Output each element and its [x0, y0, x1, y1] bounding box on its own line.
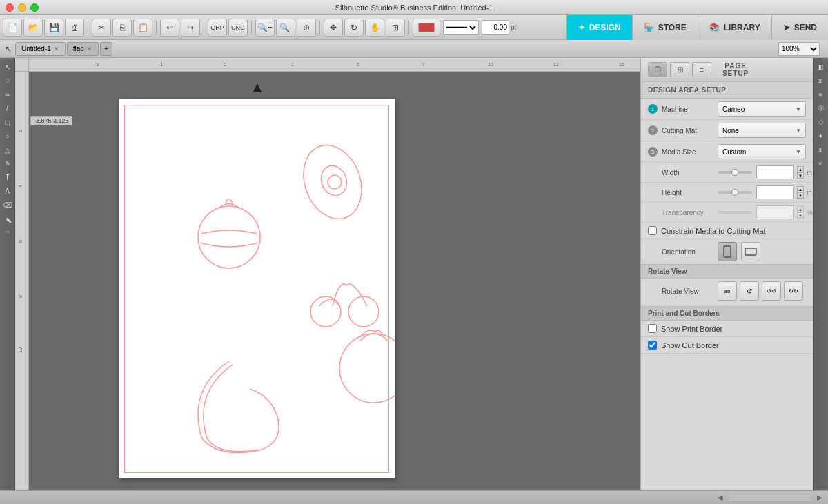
height-slider-track[interactable] [718, 191, 752, 194]
right-tool-2[interactable]: ⊞ [815, 74, 827, 87]
redo-button[interactable]: ↪ [181, 19, 200, 37]
width-step-down[interactable]: ▼ [797, 172, 804, 179]
save-button[interactable]: 💾 [44, 19, 63, 37]
move-tool-button[interactable]: ✥ [324, 19, 343, 37]
transparency-step-down[interactable]: ▼ [797, 212, 804, 219]
separator-2 [156, 21, 157, 34]
width-slider-track[interactable] [718, 171, 752, 174]
bottom-scroll-thumb[interactable] [729, 494, 811, 502]
media-size-select[interactable]: Custom ▼ [718, 144, 806, 159]
scroll-arrow-up[interactable]: ▲ [250, 79, 265, 97]
height-row: Height 15.000 ▲ ▼ in [641, 183, 813, 203]
options-tab-button[interactable]: ≡ [692, 62, 711, 77]
library-nav-button[interactable]: 📚 LIBRARY [698, 15, 771, 40]
right-tool-6[interactable]: ✦ [815, 130, 827, 142]
design-nav-button[interactable]: ✦ DESIGN [566, 15, 632, 40]
close-button[interactable] [6, 3, 14, 12]
transparency-input[interactable]: 0.0 [756, 205, 794, 219]
stroke-width-input[interactable] [482, 20, 509, 35]
height-input[interactable]: 15.000 [756, 185, 794, 199]
separator-5 [319, 21, 320, 34]
right-tool-8[interactable]: ⊘ [815, 157, 827, 170]
group-button[interactable]: GRP [208, 19, 227, 37]
stroke-color-button[interactable] [413, 19, 440, 37]
zoom-select[interactable]: 100% [778, 42, 820, 56]
paste-button[interactable]: 📋 [133, 19, 152, 37]
bottom-scroll-left[interactable]: ◀ [718, 494, 723, 501]
ellipse-tool[interactable]: ○ [1, 130, 14, 142]
machine-select[interactable]: Cameo ▼ [718, 101, 806, 117]
bottom-scroll-right[interactable]: ▶ [817, 494, 822, 501]
copy-button[interactable]: ⎘ [112, 19, 132, 37]
tab-close-flag[interactable]: ✕ [87, 46, 92, 52]
show-print-border-checkbox[interactable] [648, 324, 657, 333]
node-tool[interactable]: ⬡ [1, 74, 14, 87]
constrain-media-checkbox[interactable] [648, 226, 657, 235]
fill-tool[interactable]: A [1, 185, 14, 197]
print-button[interactable]: 🖨 [65, 19, 84, 37]
rectangle-tool[interactable]: □ [1, 116, 14, 128]
height-step-down[interactable]: ▼ [797, 192, 804, 199]
show-cut-border-checkbox[interactable] [648, 341, 657, 350]
svg-point-19 [198, 206, 260, 268]
cut-button[interactable]: ✂ [92, 19, 111, 37]
maximize-button[interactable] [30, 3, 39, 12]
right-tool-1[interactable]: ◧ [815, 61, 827, 73]
ungroup-button[interactable]: UNG [228, 19, 248, 37]
svg-text:15: 15 [619, 62, 624, 67]
line-tool[interactable]: / [1, 102, 14, 114]
rotate-button-1[interactable]: ab [718, 281, 737, 301]
constrain-media-row: Constrain Media to Cutting Mat [641, 223, 813, 239]
eraser-tool[interactable]: ⌫ [1, 199, 14, 211]
pencil-tool[interactable]: ✎ [1, 157, 14, 170]
store-nav-button[interactable]: 🏪 STORE [632, 15, 698, 40]
orientation-row: Orientation [641, 239, 813, 264]
right-tool-3[interactable]: ≋ [815, 88, 827, 101]
right-tool-5[interactable]: ⬡ [815, 116, 827, 128]
rotate-button-2[interactable]: ↺ [740, 281, 759, 301]
zoom-out-button[interactable]: 🔍- [276, 19, 295, 37]
orientation-label: Orientation [662, 248, 713, 256]
landscape-button[interactable] [741, 242, 760, 261]
separator-4 [251, 21, 252, 34]
tab-untitled[interactable]: Untitled-1 ✕ [15, 42, 66, 56]
triangle-tool[interactable]: △ [1, 143, 14, 156]
width-slider-thumb[interactable] [731, 169, 738, 176]
height-slider-thumb[interactable] [731, 189, 738, 196]
cutting-mat-select[interactable]: None ▼ [718, 123, 806, 138]
add-tool-button[interactable]: ⊞ [386, 19, 405, 37]
right-tool-4[interactable]: Ⓐ [815, 102, 827, 114]
tab-close-untitled[interactable]: ✕ [54, 46, 59, 52]
zoom-fit-button[interactable]: ⊕ [297, 19, 316, 37]
minimize-button[interactable] [18, 3, 26, 12]
width-input[interactable]: 12.000 [756, 165, 794, 179]
transparency-stepper: ▲ ▼ [797, 206, 804, 219]
undo-button[interactable]: ↩ [160, 19, 179, 37]
canvas-area[interactable]: -3 -1 0 1 5 7 10 12 15 2 4 6 8 10 - [15, 58, 640, 490]
rotate-tool-button[interactable]: ↻ [344, 19, 364, 37]
width-step-up[interactable]: ▲ [797, 166, 804, 172]
page-tab-button[interactable]: ☐ [648, 62, 667, 77]
stroke-style-select[interactable]: ━━━━━ [443, 20, 479, 35]
draw-tool[interactable]: ✏ [1, 88, 14, 101]
add-tab-button[interactable]: + [100, 42, 112, 56]
transparency-step-up[interactable]: ▲ [797, 206, 804, 212]
open-button[interactable]: 📂 [23, 19, 43, 37]
height-step-up[interactable]: ▲ [797, 186, 804, 192]
top-nav: ✦ DESIGN 🏪 STORE 📚 LIBRARY ➤ SEND [566, 15, 828, 40]
hand-tool-button[interactable]: ✋ [365, 19, 384, 37]
crop-tool[interactable]: ✂ [1, 226, 14, 239]
text-tool[interactable]: T [1, 171, 14, 183]
knife-tool[interactable]: 🔪 [1, 212, 14, 225]
select-tool[interactable]: ↖ [1, 61, 14, 73]
zoom-in-button[interactable]: 🔍+ [255, 19, 275, 37]
rotate-button-3[interactable]: ↺↺ [762, 281, 781, 301]
new-button[interactable]: 📄 [3, 19, 22, 37]
portrait-button[interactable] [718, 242, 737, 261]
transparency-slider-track[interactable] [718, 211, 752, 214]
tab-flag[interactable]: flag ✕ [67, 42, 99, 56]
grid-tab-button[interactable]: ⊞ [670, 62, 689, 77]
rotate-button-4[interactable]: ↻↻ [784, 281, 803, 301]
send-nav-button[interactable]: ➤ SEND [771, 15, 828, 40]
right-tool-7[interactable]: ⊕ [815, 143, 827, 156]
